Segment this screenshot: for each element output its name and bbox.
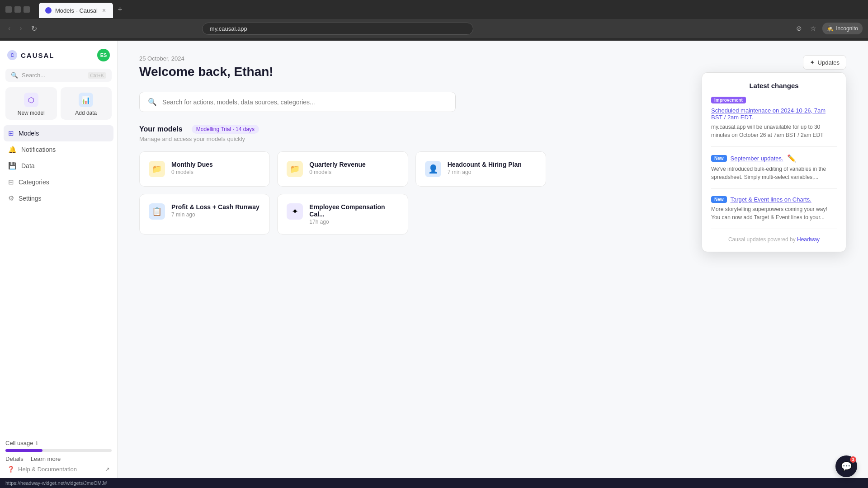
sidebar-item-models[interactable]: ⊞ Models xyxy=(4,125,113,141)
change-title-3[interactable]: Target & Event lines on Charts. xyxy=(731,196,811,203)
change-body-1: my.causal.app will be unavailable for up… xyxy=(711,123,837,139)
sidebar: C CAUSAL ES 🔍 Search... Ctrl+K ⬡ New mod… xyxy=(0,41,118,478)
model-card-headcount[interactable]: 👤 Headcount & Hiring Plan 7 min ago xyxy=(415,151,546,187)
models-icon: ⊞ xyxy=(8,129,14,137)
badge-new-2: New xyxy=(711,155,727,162)
trial-badge: Modelling Trial · 14 days xyxy=(192,125,259,134)
badge-new-3: New xyxy=(711,196,727,203)
bookmark-icon[interactable]: ☆ xyxy=(808,23,818,34)
logo-text: CAUSAL xyxy=(21,52,55,59)
tab-title: Models - Causal xyxy=(55,7,98,14)
monthly-dues-icon: 📁 xyxy=(149,161,165,177)
incognito-icon: 🕵 xyxy=(827,25,834,32)
learn-more-link[interactable]: Learn more xyxy=(31,455,61,462)
headway-link[interactable]: Headway xyxy=(797,236,820,243)
maximize-window-button[interactable] xyxy=(24,6,30,13)
updates-label: Updates xyxy=(818,59,840,66)
sidebar-item-notifications[interactable]: 🔔 Notifications xyxy=(4,141,113,158)
change-header-3: New Target & Event lines on Charts. xyxy=(711,196,837,203)
change-title-2[interactable]: September updates. xyxy=(731,155,783,162)
details-link[interactable]: Details xyxy=(5,455,24,462)
pnl-meta: 7 min ago xyxy=(171,211,259,218)
reload-button[interactable]: ↻ xyxy=(28,23,40,35)
date-text: 25 October, 2024 xyxy=(139,55,846,62)
panel-title: Latest changes xyxy=(711,82,837,89)
headcount-icon: 👤 xyxy=(425,161,441,177)
sidebar-item-settings[interactable]: ⚙ Settings xyxy=(4,190,113,206)
quarterly-revenue-name: Quarterly Revenue xyxy=(309,161,366,168)
forward-button[interactable]: › xyxy=(17,23,24,34)
latest-changes-panel: Latest changes Improvement Scheduled mai… xyxy=(702,72,846,252)
incognito-badge: 🕵 Incognito xyxy=(822,23,863,34)
new-model-button[interactable]: ⬡ New model xyxy=(5,87,57,120)
status-bar: https://headway-widget.net/widgets/JmeOM… xyxy=(0,478,868,488)
change-header-2: New September updates. ✏️ xyxy=(711,154,837,163)
quarterly-revenue-icon: 📁 xyxy=(287,161,303,177)
models-section-title: Your models xyxy=(139,125,183,133)
logo-circle: C xyxy=(7,50,17,60)
active-tab[interactable]: Models - Causal × xyxy=(39,3,113,18)
pnl-name: Profit & Loss + Cash Runway xyxy=(171,203,259,211)
usage-bar-fill xyxy=(5,449,42,452)
panel-footer: Causal updates powered by Headway xyxy=(711,236,837,243)
new-tab-button[interactable]: + xyxy=(114,3,126,16)
search-placeholder-text: Search... xyxy=(22,72,84,79)
cell-usage-text: Cell usage xyxy=(5,440,33,446)
main-search-input[interactable] xyxy=(162,99,447,106)
close-tab-button[interactable]: × xyxy=(101,7,107,14)
app-layout: C CAUSAL ES 🔍 Search... Ctrl+K ⬡ New mod… xyxy=(0,41,868,478)
monthly-dues-info: Monthly Dues 0 models xyxy=(171,161,213,175)
add-data-button[interactable]: 📊 Add data xyxy=(61,87,112,120)
main-search-bar[interactable]: 🔍 xyxy=(139,92,456,112)
pnl-icon: 📋 xyxy=(149,203,165,220)
sidebar-nav: ⊞ Models 🔔 Notifications 💾 Data ⊟ Catego… xyxy=(0,125,117,434)
sidebar-item-data[interactable]: 💾 Data xyxy=(4,158,113,174)
browser-titlebar: Models - Causal × + xyxy=(0,0,868,19)
headcount-name: Headcount & Hiring Plan xyxy=(448,161,522,168)
categories-icon: ⊟ xyxy=(8,178,14,186)
change-header-1: Improvement Scheduled maintenace on 2024… xyxy=(711,97,837,121)
chat-icon: 💬 xyxy=(841,461,852,472)
close-window-button[interactable] xyxy=(5,6,12,13)
data-icon: 💾 xyxy=(8,162,17,170)
add-data-label: Add data xyxy=(75,110,97,116)
notifications-icon: 🔔 xyxy=(8,145,17,154)
sidebar-logo: C CAUSAL xyxy=(7,50,55,60)
chat-widget[interactable]: 💬 3 xyxy=(835,455,857,477)
sidebar-search[interactable]: 🔍 Search... Ctrl+K xyxy=(5,69,112,82)
employee-comp-meta: 17h ago xyxy=(309,219,398,225)
updates-button[interactable]: ✦ Updates xyxy=(803,55,846,70)
tab-bar: Models - Causal × + xyxy=(33,1,132,18)
model-card-quarterly-revenue[interactable]: 📁 Quarterly Revenue 0 models xyxy=(277,151,408,187)
browser-toolbar: ‹ › ↻ ⊘ ☆ 🕵 Incognito xyxy=(0,19,868,38)
change-title-1[interactable]: Scheduled maintenace on 2024-10-26, 7am … xyxy=(711,107,837,121)
main-content: 25 October, 2024 Welcome back, Ethan! 🔍 … xyxy=(118,41,868,478)
minimize-window-button[interactable] xyxy=(14,6,21,13)
pencil-icon: ✏️ xyxy=(787,154,796,163)
badge-improvement-1: Improvement xyxy=(711,97,746,103)
model-card-monthly-dues[interactable]: 📁 Monthly Dues 0 models xyxy=(139,151,270,187)
browser-actions: ⊘ ☆ 🕵 Incognito xyxy=(794,23,863,34)
help-text: Help & Documentation xyxy=(18,466,77,473)
quarterly-revenue-info: Quarterly Revenue 0 models xyxy=(309,161,366,175)
address-bar[interactable] xyxy=(202,23,473,35)
new-model-icon: ⬡ xyxy=(24,93,38,107)
window-controls xyxy=(5,6,30,13)
camera-off-icon[interactable]: ⊘ xyxy=(794,23,804,34)
help-link[interactable]: ❓ Help & Documentation ↗ xyxy=(5,462,112,473)
sidebar-item-categories[interactable]: ⊟ Categories xyxy=(4,174,113,190)
model-card-pnl[interactable]: 📋 Profit & Loss + Cash Runway 7 min ago xyxy=(139,194,270,235)
avatar[interactable]: ES xyxy=(97,49,110,61)
updates-icon: ✦ xyxy=(810,59,815,66)
new-model-label: New model xyxy=(18,110,45,116)
cell-usage-label: Cell usage ℹ xyxy=(5,440,112,446)
sidebar-header: C CAUSAL ES xyxy=(0,41,117,67)
sidebar-item-models-label: Models xyxy=(19,130,39,137)
monthly-dues-name: Monthly Dues xyxy=(171,161,213,168)
search-icon: 🔍 xyxy=(11,72,18,79)
back-button[interactable]: ‹ xyxy=(5,23,13,34)
help-icon: ❓ xyxy=(7,466,14,473)
incognito-label: Incognito xyxy=(836,25,858,32)
model-card-employee-comp[interactable]: ✦ Employee Compensation Cal... 17h ago xyxy=(277,194,408,235)
status-url: https://headway-widget.net/widgets/JmeOM… xyxy=(5,480,107,486)
